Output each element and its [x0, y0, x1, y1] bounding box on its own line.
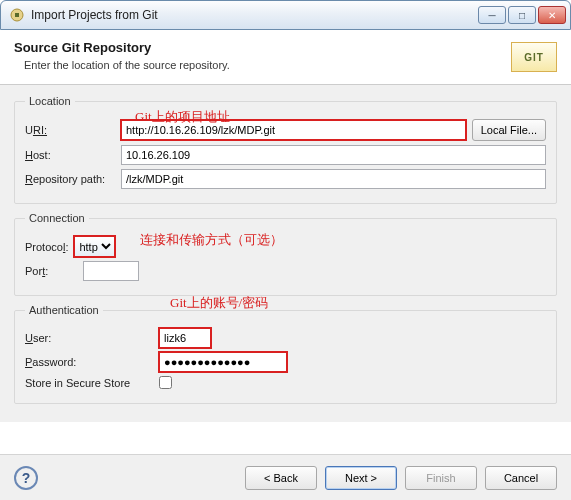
host-label: Host: [25, 149, 115, 161]
repo-path-input[interactable] [121, 169, 546, 189]
password-label: Password: [25, 356, 153, 368]
page-subtitle: Enter the location of the source reposit… [14, 59, 511, 71]
protocol-select[interactable]: http [74, 236, 115, 257]
local-file-button[interactable]: Local File... [472, 119, 546, 141]
port-label: Port: [25, 265, 77, 277]
finish-button: Finish [405, 466, 477, 490]
host-input[interactable] [121, 145, 546, 165]
protocol-label: Protocol: [25, 241, 68, 253]
store-secure-checkbox[interactable] [159, 376, 172, 389]
help-icon[interactable]: ? [14, 466, 38, 490]
user-label: User: [25, 332, 153, 344]
maximize-button[interactable]: □ [508, 6, 536, 24]
git-logo-icon: GIT [511, 42, 557, 72]
wizard-body: Location URI: Local File... Host: Reposi… [0, 85, 571, 422]
repo-path-label: Repository path: [25, 173, 115, 185]
wizard-footer: ? < Back Next > Finish Cancel [0, 454, 571, 500]
svg-rect-1 [15, 13, 19, 17]
connection-legend: Connection [25, 212, 89, 224]
location-group: Location URI: Local File... Host: Reposi… [14, 95, 557, 204]
user-input[interactable] [159, 328, 211, 348]
location-legend: Location [25, 95, 75, 107]
cancel-button[interactable]: Cancel [485, 466, 557, 490]
page-title: Source Git Repository [14, 40, 511, 55]
minimize-button[interactable]: ─ [478, 6, 506, 24]
app-icon [9, 7, 25, 23]
connection-group: Connection Protocol: http Port: [14, 212, 557, 296]
uri-input[interactable] [121, 120, 466, 140]
back-button[interactable]: < Back [245, 466, 317, 490]
uri-label: URI: [25, 124, 115, 136]
password-input[interactable] [159, 352, 287, 372]
titlebar: Import Projects from Git ─ □ ✕ [0, 0, 571, 30]
port-input[interactable] [83, 261, 139, 281]
store-label: Store in Secure Store [25, 377, 153, 389]
authentication-group: Authentication User: Password: Store in … [14, 304, 557, 404]
close-button[interactable]: ✕ [538, 6, 566, 24]
next-button[interactable]: Next > [325, 466, 397, 490]
window-title: Import Projects from Git [31, 8, 478, 22]
authentication-legend: Authentication [25, 304, 103, 316]
wizard-header: Source Git Repository Enter the location… [0, 30, 571, 85]
